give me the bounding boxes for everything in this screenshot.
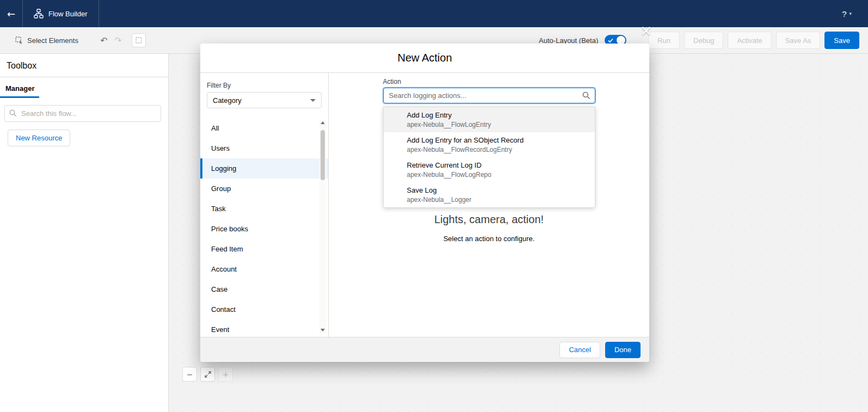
check-icon bbox=[608, 38, 613, 43]
scroll-down-icon[interactable] bbox=[321, 329, 325, 331]
new-action-modal: × New Action Filter By Category All User… bbox=[200, 44, 649, 362]
minus-icon: − bbox=[187, 370, 193, 379]
filter-by-label: Filter By bbox=[207, 82, 328, 89]
plus-icon: + bbox=[223, 370, 229, 379]
empty-state-subtext: Select an action to configure. bbox=[329, 235, 649, 243]
action-label: Action bbox=[383, 78, 595, 85]
flow-search-input[interactable] bbox=[4, 105, 161, 122]
zoom-in-button[interactable]: + bbox=[218, 367, 233, 382]
action-results-listbox: Add Log Entry apex-Nebula__FlowLogEntry … bbox=[383, 107, 595, 208]
nav-spacer bbox=[99, 0, 842, 27]
run-button[interactable]: Run bbox=[648, 32, 680, 49]
toolbox-sidebar: Toolbox Manager New Resource bbox=[0, 54, 169, 412]
scrollbar-thumb[interactable] bbox=[321, 130, 325, 180]
modal-body: Filter By Category All Users Logging Gro… bbox=[200, 73, 649, 337]
modal-footer: Cancel Done bbox=[200, 337, 649, 362]
tab-manager[interactable]: Manager bbox=[0, 77, 40, 96]
result-save-log[interactable]: Save Log apex-Nebula__Logger bbox=[384, 182, 595, 207]
category-item-feed-item[interactable]: Feed Item bbox=[200, 239, 328, 259]
tab-underline bbox=[0, 96, 39, 98]
flow-search bbox=[4, 105, 161, 122]
search-icon bbox=[582, 91, 590, 100]
zoom-out-button[interactable]: − bbox=[182, 367, 197, 382]
tool-button[interactable] bbox=[132, 33, 146, 47]
top-nav: ← Flow Builder ? ▾ bbox=[0, 0, 868, 27]
category-item-case[interactable]: Case bbox=[200, 279, 328, 299]
app-title-area: Flow Builder bbox=[23, 0, 99, 27]
undo-button[interactable]: ↶ bbox=[97, 33, 111, 47]
category-select-value: Category bbox=[213, 96, 242, 104]
zoom-controls: − + bbox=[182, 367, 233, 382]
action-search bbox=[383, 88, 595, 103]
chevron-down-icon bbox=[310, 99, 316, 102]
category-item-event[interactable]: Event bbox=[200, 319, 328, 340]
done-button[interactable]: Done bbox=[605, 342, 641, 358]
action-search-input[interactable] bbox=[383, 88, 595, 103]
save-as-button[interactable]: Save As bbox=[776, 32, 821, 49]
back-button[interactable]: ← bbox=[0, 0, 23, 27]
category-scrollbar[interactable] bbox=[319, 120, 326, 333]
close-button[interactable]: × bbox=[640, 23, 652, 38]
toolbox-title: Toolbox bbox=[0, 54, 168, 77]
empty-state: Lights, camera, action! Select an action… bbox=[329, 213, 649, 243]
cancel-button[interactable]: Cancel bbox=[559, 342, 600, 358]
caret-down-icon: ▾ bbox=[849, 11, 852, 16]
select-elements-button[interactable]: Select Elements bbox=[15, 36, 78, 45]
category-item-account[interactable]: Account bbox=[200, 259, 328, 279]
category-item-logging[interactable]: Logging bbox=[200, 158, 328, 179]
result-add-log-entry[interactable]: Add Log Entry apex-Nebula__FlowLogEntry bbox=[384, 107, 595, 132]
help-menu[interactable]: ? ▾ bbox=[842, 0, 868, 27]
scroll-up-icon[interactable] bbox=[321, 121, 325, 124]
select-elements-label: Select Elements bbox=[27, 36, 78, 45]
app-name: Flow Builder bbox=[48, 10, 88, 18]
activate-button[interactable]: Activate bbox=[728, 32, 771, 49]
redo-icon: ↷ bbox=[114, 35, 121, 46]
close-icon: × bbox=[640, 22, 652, 39]
result-retrieve-current-log-id[interactable]: Retrieve Current Log ID apex-Nebula__Flo… bbox=[384, 157, 595, 182]
back-arrow-icon: ← bbox=[7, 8, 15, 20]
expand-icon bbox=[205, 371, 211, 378]
filter-panel: Filter By Category All Users Logging Gro… bbox=[200, 73, 329, 337]
modal-header: New Action bbox=[200, 44, 649, 73]
help-icon: ? bbox=[842, 9, 846, 19]
action-panel: Action Add Log Entry apex-Nebula__FlowLo… bbox=[329, 73, 649, 337]
category-item-contact[interactable]: Contact bbox=[200, 299, 328, 319]
fit-to-view-button[interactable] bbox=[200, 367, 215, 382]
category-item-all[interactable]: All bbox=[200, 118, 328, 138]
category-filter-select[interactable]: Category bbox=[207, 92, 322, 108]
category-item-users[interactable]: Users bbox=[200, 138, 328, 158]
category-list: All Users Logging Group Task Price books… bbox=[200, 118, 328, 340]
marquee-select-icon bbox=[136, 37, 142, 44]
modal-title: New Action bbox=[397, 52, 452, 64]
new-resource-button[interactable]: New Resource bbox=[8, 130, 70, 146]
flow-builder-icon bbox=[34, 9, 44, 19]
redo-button[interactable]: ↷ bbox=[111, 33, 125, 47]
category-item-group[interactable]: Group bbox=[200, 179, 328, 199]
action-content: Action Add Log Entry apex-Nebula__FlowLo… bbox=[383, 73, 595, 103]
empty-state-heading: Lights, camera, action! bbox=[329, 213, 649, 226]
category-item-price-books[interactable]: Price books bbox=[200, 219, 328, 239]
result-add-log-entry-sobject[interactable]: Add Log Entry for an SObject Record apex… bbox=[384, 132, 595, 157]
undo-icon: ↶ bbox=[100, 35, 107, 46]
category-item-task[interactable]: Task bbox=[200, 199, 328, 219]
debug-button[interactable]: Debug bbox=[684, 32, 723, 49]
select-elements-icon bbox=[15, 36, 23, 44]
save-button[interactable]: Save bbox=[824, 32, 859, 49]
search-icon bbox=[9, 109, 17, 117]
